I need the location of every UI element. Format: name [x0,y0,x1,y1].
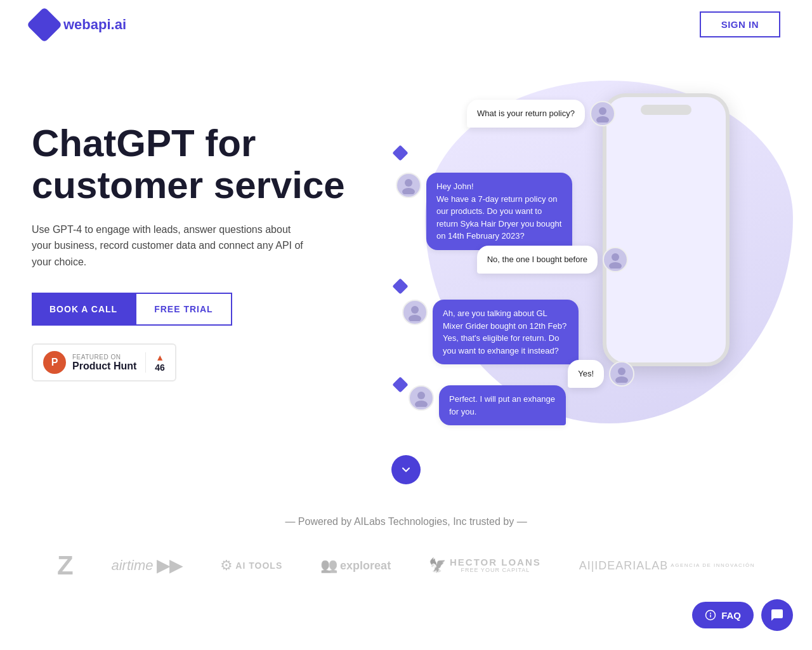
product-hunt-badge[interactable]: P FEATURED ON Product Hunt ▲ 46 [32,343,176,381]
scroll-down-button[interactable] [391,455,421,484]
svg-point-8 [618,368,625,375]
svg-point-7 [409,315,421,321]
diamond-accent-1 [392,145,408,161]
aitools-icon: ⚙ [220,557,233,574]
logo-airtime: airtime ▶▶ [111,556,182,576]
idearialab-text: AI|IDEARIALAB [579,559,669,573]
chat-bubble-3: No, the one I bought before [472,246,628,274]
diamond-accent-3 [392,376,408,392]
ph-name: Product Hunt [72,361,136,372]
chat-bubble-5: Yes! [563,360,634,388]
idearialab-sub: AGENCIA DE INNOVACIÓN [671,563,755,568]
airtime-text: airtime [111,557,153,574]
exploreat-icon: 👥 [320,557,337,574]
airtime-icon: ▶▶ [157,556,182,576]
ph-votes: ▲ 46 [145,352,165,373]
chat-bubble-1: What is your return policy? [462,100,615,128]
trusted-section: — Powered by AILabs Technologies, Inc tr… [0,491,812,594]
ph-featured-label: FEATURED ON [72,354,136,361]
hero-heading: ChatGPT for customer service [32,123,349,206]
logo-exploreat: 👥 exploreat [320,557,391,574]
svg-point-6 [411,306,419,314]
product-hunt-icon: P [43,351,66,374]
svg-point-2 [405,179,412,187]
logo-text-plain: webapi. [63,17,115,32]
chat-bubble-6: Perfect. I will put an exhange for you. [409,385,571,425]
hector-icon: 🦅 [429,557,446,574]
ph-upvote-icon: ▲ [155,352,164,362]
hector-text: HECTOR LOANS FREE YOUR CAPITAL [450,557,541,574]
ph-vote-count: 46 [155,362,165,373]
logo-idearialab: AI|IDEARIALAB AGENCIA DE INNOVACIÓN [579,559,755,573]
logo-hector-loans: 🦅 HECTOR LOANS FREE YOUR CAPITAL [429,557,541,574]
logo-text-accent: ai [115,17,126,32]
hero-subtext: Use GPT-4 to engage with leads, answer q… [32,222,311,270]
svg-point-4 [612,253,619,261]
hero-section: ChatGPT for customer service Use GPT-4 t… [0,49,812,442]
hero-left: ChatGPT for customer service Use GPT-4 t… [32,123,349,382]
svg-point-3 [402,188,415,194]
book-call-button[interactable]: BOOK A CALL [32,293,135,326]
chevron-down-icon [400,463,412,476]
hero-buttons: BOOK A CALL FREE TRIAL [32,293,349,326]
hero-illustration: What is your return policy? Hey John!We … [349,74,780,430]
logos-row: Z airtime ▶▶ ⚙ AI TOOLS 👥 exploreat 🦅 HE… [32,550,780,581]
svg-point-5 [609,262,622,269]
navbar: webapi.ai SIGN IN [0,0,812,49]
logo-z: Z [57,550,74,581]
exploreat-text: exploreat [340,559,391,573]
svg-point-0 [599,107,606,115]
svg-point-9 [615,376,628,383]
hero-heading-line1: ChatGPT for [32,122,256,164]
logo-text: webapi.ai [63,17,126,33]
svg-point-1 [596,116,609,123]
signin-button[interactable]: SIGN IN [700,11,780,37]
chat-bubble-4: Ah, are you talking about GL Mixer Gride… [402,300,584,364]
svg-point-10 [417,392,425,399]
scroll-section [0,442,812,491]
logo[interactable]: webapi.ai [32,12,126,37]
hero-heading-line2: customer service [32,164,345,206]
chat-bubble-2: Hey John!We have a 7-day return policy o… [396,173,577,250]
logo-aitools: ⚙ AI TOOLS [220,557,282,574]
diamond-accent-2 [392,278,408,294]
product-hunt-text: FEATURED ON Product Hunt [72,354,136,372]
free-trial-button[interactable]: FREE TRIAL [135,293,232,326]
svg-point-11 [415,401,428,407]
trusted-label: — Powered by AILabs Technologies, Inc tr… [32,516,780,527]
logo-diamond-icon [27,6,63,43]
aitools-text: AI TOOLS [235,560,282,571]
